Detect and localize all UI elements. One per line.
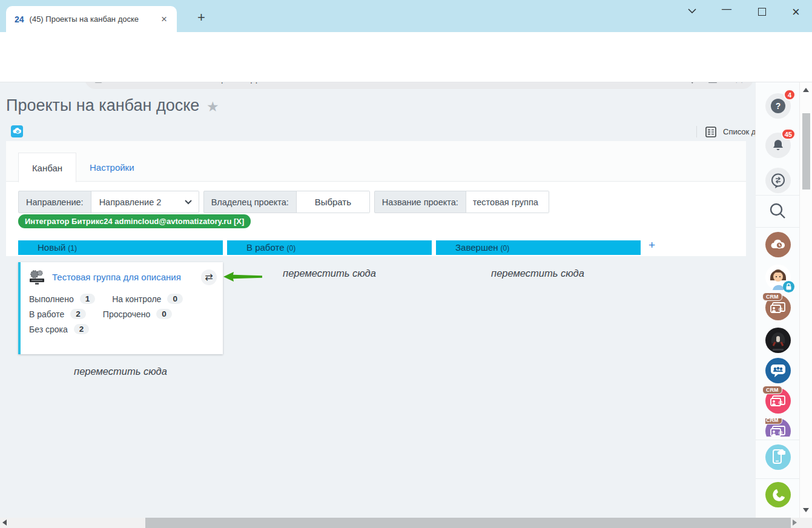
stat-value: 1 [80,294,96,304]
dropzone-inprogress[interactable]: переместить сюда [227,268,432,279]
reading-list-icon[interactable] [705,127,716,137]
stat-label: Без срока [29,325,68,334]
search-icon [765,199,791,225]
bitrix-bookmark-icon[interactable] [11,125,23,137]
browser-toolbar: ← → ⟳ avtodemo.bitrix24.ru/marketplace/a… [0,32,812,61]
group-chat-icon [770,363,786,378]
scroll-up-arrow[interactable] [803,88,809,92]
divider [696,126,697,137]
project-name-input[interactable] [466,191,549,213]
stat-label: В работе [29,309,64,319]
dropzone-done[interactable]: переместить сюда [435,268,640,279]
stat-value: 2 [74,324,90,334]
stat-label: Просрочено [103,309,151,319]
browser-tab-bar: 24 (45) Проекты на канбан доске × + — × [0,0,812,32]
project-card[interactable]: Тестовая группа для описания ⇄ Выполнено… [18,262,223,354]
contact-card-icon: @ [770,301,786,314]
contact-card-icon: @ [770,394,786,408]
contact-card-icon: @ [770,424,786,437]
phone-cloud-icon [771,449,785,465]
project-card-link[interactable]: Тестовая группа для описания [52,272,195,282]
app-tab-strip: Канбан Настройки [6,141,746,182]
window-maximize-button[interactable] [758,8,766,16]
app-chat-group[interactable] [765,358,791,383]
help-badge: 4 [784,89,796,101]
project-name-label: Название проекта: [375,191,466,213]
divider [756,440,800,440]
favorite-star-icon[interactable]: ★ [206,99,219,115]
bell-icon [771,139,785,152]
svg-text:@: @ [778,400,783,405]
horizontal-scrollbar[interactable] [0,518,799,528]
divider [756,478,800,479]
tab-title: (45) Проекты на канбан доске [30,15,157,24]
tab-close-icon[interactable]: × [157,13,171,25]
bitrix-right-sidebar: ? 4 45 @ [755,82,799,528]
owner-select-button[interactable]: Выбрать [296,191,369,213]
window-close-button[interactable]: × [792,4,800,20]
app-crm-brown[interactable]: @ CRM [765,295,791,320]
project-group-icon [28,269,46,285]
filter-bar: Направление: Направление 2 Владелец прое… [18,191,549,213]
svg-text:@: @ [778,306,783,312]
owner-filter: Владелец проекта: Выбрать [203,191,370,213]
column-header-new: Новый(1) [18,240,223,255]
vertical-scrollbar[interactable] [799,82,812,518]
crm-label: CRM [765,418,782,424]
scroll-down-arrow[interactable] [803,508,809,512]
app-crm-purple[interactable]: @ CRM [765,418,791,437]
new-tab-button[interactable]: + [197,12,205,24]
column-header-done: Завершен(0) [436,240,641,255]
direction-value: Направление 2 [99,197,162,207]
cloud-clock-icon [770,239,786,251]
project-card-stats: Выполнено1 На контроле0 В работе2 Просро… [21,285,223,334]
stat-value: 0 [167,294,183,304]
horizontal-scrollbar-thumb[interactable] [145,518,791,528]
app-crm-pink[interactable]: @ CRM [765,388,791,414]
project-name-filter: Название проекта: [374,191,549,213]
lock-badge-icon [783,281,794,292]
search-button[interactable] [765,199,791,225]
scroll-left-arrow[interactable] [2,520,7,526]
app-mobile-cloud[interactable] [765,444,791,470]
app-avatar-girl[interactable] [765,265,791,290]
app-cloud-timer[interactable] [765,232,791,257]
dark-avatar-icon [765,328,791,353]
add-column-button[interactable]: + [649,239,655,252]
notifications-badge: 45 [781,128,796,140]
app-avatar-dark[interactable] [765,328,791,353]
stat-label: Выполнено [29,294,74,304]
direction-select[interactable]: Направление 2 [91,191,199,213]
chat-sync-icon [770,173,786,188]
help-button[interactable]: ? 4 [765,93,791,119]
messenger-button[interactable] [765,168,791,193]
dropzone-new[interactable]: переместить сюда [18,366,223,377]
window-minimize-button[interactable]: — [722,4,731,15]
owner-label: Владелец проекта: [204,191,296,213]
crm-label: CRM [762,386,782,394]
svg-text:@: @ [778,430,783,435]
column-header-inprogress: В работе(0) [227,240,432,255]
app-telephony[interactable] [765,482,791,507]
direction-filter: Направление: Направление 2 [18,191,199,213]
divider [756,195,800,196]
phone-handset-icon [771,487,785,502]
svg-text:?: ? [776,101,781,111]
swap-arrows-icon[interactable]: ⇄ [201,269,217,285]
tab-settings[interactable]: Настройки [90,153,134,182]
scrollbar-corner [799,518,812,528]
divider [756,227,800,228]
crm-label: CRM [762,292,782,301]
stat-value: 0 [156,309,172,319]
chevron-down-icon[interactable] [688,8,696,13]
question-icon: ? [770,98,786,114]
integrator-badge[interactable]: Интегратор Битрикс24 admincloud@avtomati… [18,214,251,228]
app-panel: Канбан Настройки Направление: Направлени… [6,141,746,256]
browser-tab[interactable]: 24 (45) Проекты на канбан доске × [6,6,177,32]
page-title: Проекты на канбан доске [6,96,199,115]
scroll-right-arrow[interactable] [793,520,797,526]
notifications-button[interactable]: 45 [765,133,791,158]
stat-value: 2 [70,309,86,319]
vertical-scrollbar-thumb[interactable] [802,113,810,190]
tab-kanban[interactable]: Канбан [18,153,76,182]
